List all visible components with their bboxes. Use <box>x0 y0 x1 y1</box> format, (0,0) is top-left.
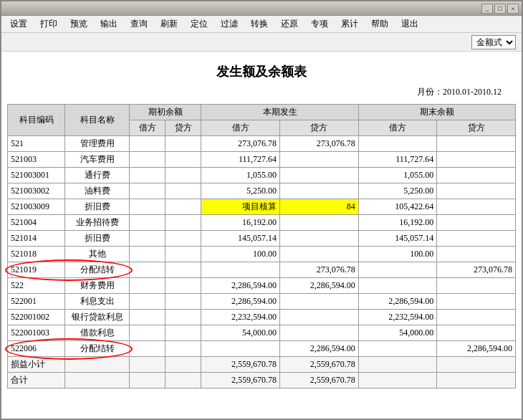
cell-occur-credit <box>280 231 359 247</box>
cell-end-debit <box>358 357 437 373</box>
table-row: 522001利息支出2,286,594.002,286,594.00 <box>8 294 516 310</box>
table-row: 521003009折旧费项目核算84105,422.64 <box>8 199 516 215</box>
cell-occur-debit: 111,727.64 <box>201 152 280 168</box>
cell-begin-debit <box>130 215 165 231</box>
cell-end-credit <box>437 199 516 215</box>
cell-occur-credit <box>280 310 359 325</box>
cell-end-credit <box>437 357 516 373</box>
cell-begin-credit <box>165 373 201 388</box>
col-occur-debit: 借方 <box>201 120 280 136</box>
app-window: _ □ × 设置 打印 预览 输出 查询 刷新 定位 过滤 转换 还原 专项 累… <box>0 0 523 420</box>
cell-code: 522 <box>8 278 65 294</box>
col-occur-credit: 贷方 <box>280 120 359 136</box>
close-button[interactable]: × <box>507 4 519 14</box>
cell-occur-debit: 16,192.00 <box>201 215 280 231</box>
menu-item-cumulate[interactable]: 累计 <box>335 16 364 32</box>
cell-end-debit: 54,000.00 <box>358 325 437 341</box>
cell-occur-credit <box>280 247 359 262</box>
cell-begin-credit <box>165 231 201 247</box>
cell-occur-credit: 2,286,594.00 <box>280 341 359 357</box>
menu-item-exit[interactable]: 退出 <box>395 16 424 32</box>
cell-occur-credit <box>280 152 359 168</box>
cell-occur-debit: 2,286,594.00 <box>201 294 280 310</box>
cell-end-credit <box>437 310 516 325</box>
data-table: 科目编码 科目名称 期初余额 本期发生 期末余额 借方 贷方 借方 贷方 借方 … <box>7 104 516 388</box>
cell-end-credit <box>437 373 516 388</box>
minimize-button[interactable]: _ <box>481 4 493 14</box>
cell-occur-debit: 100.00 <box>201 247 280 262</box>
cell-end-credit <box>437 183 516 199</box>
cell-end-debit <box>358 341 437 357</box>
table-wrapper: 科目编码 科目名称 期初余额 本期发生 期末余额 借方 贷方 借方 贷方 借方 … <box>7 104 516 388</box>
title-bar: _ □ × <box>1 1 522 16</box>
cell-end-debit: 111,727.64 <box>358 152 437 168</box>
table-row: 合计2,559,670.782,559,670.78 <box>8 373 516 388</box>
menu-item-preview[interactable]: 预览 <box>64 16 93 32</box>
report-month: 月份：2010.01-2010.12 <box>7 86 516 98</box>
format-select[interactable]: 金额式 数量式 <box>471 35 516 49</box>
cell-begin-debit <box>130 310 165 325</box>
menu-item-output[interactable]: 输出 <box>95 16 123 32</box>
cell-end-debit <box>358 278 437 294</box>
col-name: 科目名称 <box>65 105 130 136</box>
col-end-debit: 借方 <box>358 120 437 136</box>
menu-item-locate[interactable]: 定位 <box>185 16 213 32</box>
cell-begin-debit <box>130 231 165 247</box>
cell-occur-debit: 1,055.00 <box>201 168 280 183</box>
col-code: 科目编码 <box>8 105 65 136</box>
cell-begin-debit <box>130 152 165 168</box>
cell-name <box>65 357 130 373</box>
cell-end-debit: 105,422.64 <box>358 199 437 215</box>
cell-name: 财务费用 <box>65 278 130 294</box>
cell-end-credit <box>437 325 516 341</box>
maximize-button[interactable]: □ <box>494 4 506 14</box>
table-row: 521019分配结转273,076.78273,076.78 <box>8 262 516 278</box>
cell-end-credit <box>437 247 516 262</box>
cell-name <box>65 373 130 388</box>
cell-name: 通行费 <box>65 168 130 183</box>
table-row: 522001003借款利息54,000.0054,000.00 <box>8 325 516 341</box>
cell-name: 汽车费用 <box>65 152 130 168</box>
menu-item-filter[interactable]: 过滤 <box>215 16 244 32</box>
menu-item-print[interactable]: 打印 <box>34 16 63 32</box>
table-row: 521003002油料费5,250.005,250.00 <box>8 183 516 199</box>
menu-item-convert[interactable]: 转换 <box>245 16 274 32</box>
menu-item-help[interactable]: 帮助 <box>365 16 394 32</box>
cell-end-debit: 16,192.00 <box>358 215 437 231</box>
toolbar: 金额式 数量式 <box>1 33 522 52</box>
cell-occur-credit: 2,559,670.78 <box>280 357 359 373</box>
cell-end-credit <box>437 294 516 310</box>
cell-begin-credit <box>165 183 201 199</box>
cell-code: 521003001 <box>8 168 65 183</box>
col-period-occur: 本期发生 <box>201 105 358 120</box>
cell-begin-debit <box>130 262 165 278</box>
cell-occur-credit <box>280 215 359 231</box>
cell-code: 522001 <box>8 294 65 310</box>
cell-code: 522001003 <box>8 325 65 341</box>
cell-occur-credit: 273,076.78 <box>280 262 359 278</box>
menu-item-restore[interactable]: 还原 <box>275 16 304 32</box>
cell-begin-credit <box>165 310 201 325</box>
cell-end-debit: 145,057.14 <box>358 231 437 247</box>
cell-code: 521 <box>8 136 65 152</box>
cell-end-credit <box>437 168 516 183</box>
cell-code: 522001002 <box>8 310 65 325</box>
cell-begin-debit <box>130 325 165 341</box>
menu-item-query[interactable]: 查询 <box>125 16 153 32</box>
cell-occur-debit: 273,076.78 <box>201 136 280 152</box>
menu-item-special[interactable]: 专项 <box>305 16 334 32</box>
cell-begin-credit <box>165 136 201 152</box>
cell-begin-debit <box>130 199 165 215</box>
cell-begin-credit <box>165 278 201 294</box>
cell-begin-debit <box>130 183 165 199</box>
table-row: 521018其他100.00100.00 <box>8 247 516 262</box>
menu-item-settings[interactable]: 设置 <box>4 16 33 32</box>
cell-occur-debit: 5,250.00 <box>201 183 280 199</box>
cell-code: 521003009 <box>8 199 65 215</box>
cell-code: 521003002 <box>8 183 65 199</box>
cell-occur-debit: 54,000.00 <box>201 325 280 341</box>
cell-end-credit <box>437 215 516 231</box>
menu-item-refresh[interactable]: 刷新 <box>155 16 183 32</box>
col-end-credit: 贷方 <box>437 120 516 136</box>
cell-end-debit: 5,250.00 <box>358 183 437 199</box>
